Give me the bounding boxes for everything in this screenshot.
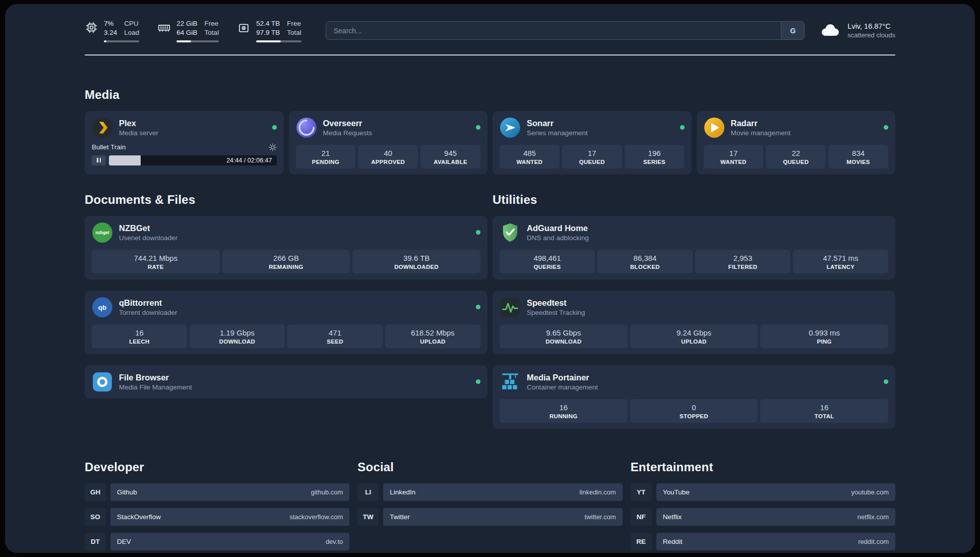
- settings-gear-icon[interactable]: [269, 143, 277, 151]
- disk-free-value: 52.4 TB: [256, 19, 280, 28]
- status-dot: [884, 125, 888, 130]
- cpu-label: CPU: [124, 19, 139, 28]
- link-bar: YouTube youtube.com: [656, 483, 895, 501]
- ram-total-label: Total: [205, 28, 219, 37]
- link-twitter[interactable]: TW Twitter twitter.com: [357, 508, 622, 526]
- ram-progress-bar: [176, 40, 219, 42]
- stat-queued: 17 QUEUED: [562, 145, 622, 169]
- ram-total-value: 64 GiB: [176, 28, 197, 37]
- link-bar: Netflix netflix.com: [656, 508, 895, 526]
- nzbget-icon: nzbget: [92, 222, 113, 243]
- plex-icon: [92, 117, 113, 138]
- app-name: qBittorrent: [119, 298, 177, 308]
- section-title-media: Media: [85, 88, 895, 102]
- card-plex[interactable]: Plex Media server Bullet Train: [85, 111, 284, 175]
- playback-time: 24:44 / 02:06:47: [226, 155, 272, 165]
- disk-progress-bar: [256, 40, 301, 42]
- ram-widget: 22 GiB 64 GiB Free Total: [157, 19, 219, 42]
- ram-free-value: 22 GiB: [176, 19, 197, 28]
- stat-running: 16 RUNNING: [500, 399, 628, 423]
- card-adguard[interactable]: AdGuard Home DNS and adblocking 498,461 …: [493, 216, 895, 280]
- stat-remaining: 266 GB REMAINING: [222, 250, 350, 273]
- cpu-usage-value: 7%: [104, 19, 117, 28]
- stat-series: 196 SERIES: [625, 145, 685, 169]
- dashboard-frame: 7% 3.24 CPU Load: [5, 4, 975, 553]
- link-abbr: NF: [631, 508, 652, 526]
- link-abbr: LI: [357, 483, 379, 501]
- stat-queued: 22 QUEUED: [766, 145, 826, 169]
- pause-button[interactable]: [92, 155, 106, 165]
- link-dev[interactable]: DT DEV dev.to: [85, 533, 349, 550]
- link-stackoverflow[interactable]: SO StackOverflow stackoverflow.com: [85, 508, 349, 526]
- disk-widget: 52.4 TB 97.9 TB Free Total: [237, 19, 301, 42]
- ram-progress-fill: [176, 40, 191, 42]
- overseerr-icon: [296, 117, 317, 138]
- topbar-divider: [85, 54, 895, 55]
- search-input[interactable]: [326, 22, 781, 39]
- app-subtitle: Series management: [527, 129, 588, 137]
- search-engine-button[interactable]: G: [781, 22, 804, 39]
- stat-upload: 9.24 Gbps UPLOAD: [630, 324, 758, 348]
- status-dot: [476, 230, 480, 235]
- playback-progress-bar[interactable]: 24:44 / 02:06:47: [109, 155, 277, 165]
- link-bar: LinkedIn linkedin.com: [383, 483, 622, 501]
- stat-wanted: 17 WANTED: [704, 145, 764, 169]
- stat-wanted: 485 WANTED: [500, 145, 560, 169]
- link-abbr: YT: [631, 483, 652, 501]
- search-bar: G: [326, 21, 805, 40]
- documents-column: Documents & Files nzbget: [85, 193, 487, 399]
- qbittorrent-icon: qb: [92, 297, 113, 318]
- adguard-icon: [500, 222, 521, 243]
- card-radarr[interactable]: Radarr Movie management 17 WANTED 22 QUE…: [697, 111, 896, 175]
- app-subtitle: Movie management: [731, 129, 791, 137]
- app-name: Sonarr: [527, 119, 588, 128]
- app-subtitle: Torrent downloader: [119, 309, 177, 316]
- link-netflix[interactable]: NF Netflix netflix.com: [631, 508, 895, 526]
- section-title-entertainment: Entertainment: [631, 460, 895, 474]
- link-linkedin[interactable]: LI LinkedIn linkedin.com: [357, 483, 622, 501]
- card-filebrowser[interactable]: File Browser Media File Management: [85, 365, 487, 399]
- stat-total: 16 TOTAL: [760, 399, 888, 423]
- weather-widget: Lviv, 16.87°C scattered clouds: [819, 22, 895, 40]
- card-qbittorrent[interactable]: qb qBittorrent Torrent downloader: [85, 291, 487, 354]
- link-youtube[interactable]: YT YouTube youtube.com: [631, 483, 895, 501]
- status-dot: [884, 379, 888, 384]
- link-bar: Twitter twitter.com: [383, 508, 622, 526]
- app-subtitle: Usenet downloader: [119, 234, 177, 242]
- app-name: AdGuard Home: [527, 224, 589, 233]
- portainer-icon: [500, 371, 521, 393]
- section-title-utilities: Utilities: [493, 193, 895, 207]
- links-section: Developer GH Github github.com SO StackO…: [85, 460, 895, 550]
- weather-location: Lviv, 16.87°C: [847, 22, 895, 30]
- link-github[interactable]: GH Github github.com: [85, 483, 349, 501]
- card-speedtest[interactable]: Speedtest Speedtest Tracking 9.65 Gbps D…: [493, 291, 895, 354]
- status-dot: [476, 305, 480, 309]
- utilities-column: Utilities: [493, 193, 895, 429]
- stat-pending: 21 PENDING: [296, 145, 356, 169]
- card-nzbget[interactable]: nzbget NZBGet Usenet downloader 74: [85, 216, 487, 280]
- app-subtitle: Media File Management: [119, 383, 192, 391]
- stat-leech: 16 LEECH: [92, 324, 187, 348]
- link-abbr: GH: [85, 483, 106, 501]
- disk-progress-fill: [256, 40, 280, 42]
- cpu-widget: 7% 3.24 CPU Load: [85, 19, 139, 42]
- stat-queries: 498,461 QUERIES: [500, 250, 595, 273]
- load-label: Load: [124, 28, 139, 37]
- stat-approved: 40 APPROVED: [358, 145, 418, 169]
- card-portainer[interactable]: Media Portainer Container management 16 …: [493, 365, 895, 429]
- cpu-load-value: 3.24: [104, 28, 117, 37]
- disk-total-value: 97.9 TB: [256, 28, 280, 37]
- link-reddit[interactable]: RE Reddit reddit.com: [631, 533, 895, 550]
- app-name: Overseerr: [323, 119, 373, 128]
- app-subtitle: DNS and adblocking: [527, 234, 589, 242]
- section-title-documents: Documents & Files: [85, 193, 487, 207]
- radarr-icon: [704, 117, 725, 138]
- app-subtitle: Speedtest Tracking: [527, 309, 585, 316]
- stat-latency: 47.571 ms LATENCY: [793, 250, 888, 273]
- stat-download: 9.65 Gbps DOWNLOAD: [500, 324, 628, 348]
- status-dot: [476, 125, 480, 130]
- card-overseerr[interactable]: Overseerr Media Requests 21 PENDING 40 A…: [289, 111, 488, 175]
- disk-total-label: Total: [287, 28, 301, 37]
- status-dot: [680, 125, 685, 130]
- card-sonarr[interactable]: Sonarr Series management 485 WANTED 17 Q…: [493, 111, 692, 175]
